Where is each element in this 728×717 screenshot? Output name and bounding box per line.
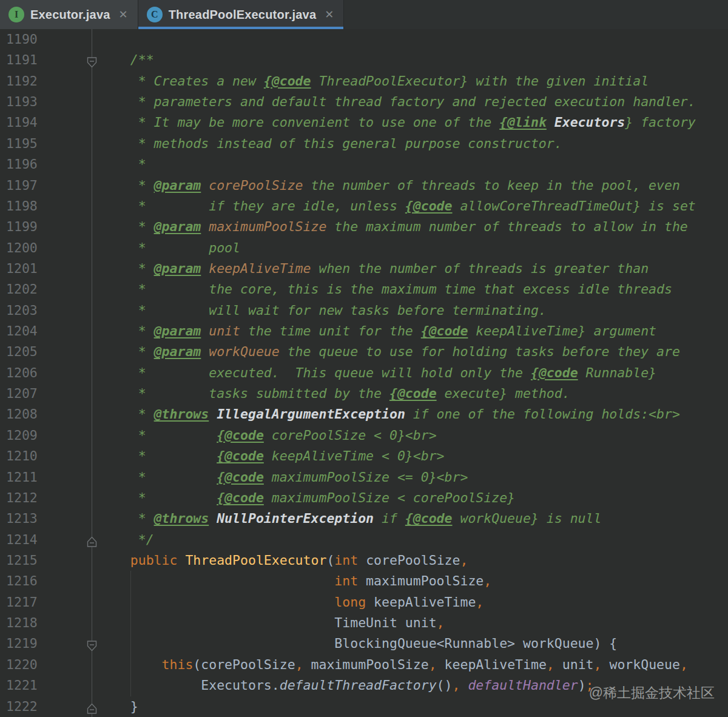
line-number[interactable]: 1206: [0, 363, 38, 383]
code-text[interactable]: * the core, this is the maximum time tha…: [99, 279, 672, 300]
tab-threadpoolexecutor-java[interactable]: C ThreadPoolExecutor.java ✕: [138, 0, 345, 29]
code-text[interactable]: * @param corePoolSize the number of thre…: [99, 175, 680, 196]
line-number[interactable]: 1195: [0, 133, 38, 154]
line-number[interactable]: 1205: [0, 342, 38, 362]
line-number[interactable]: 1219: [0, 633, 38, 654]
line-number[interactable]: 1197: [0, 175, 38, 196]
code-text[interactable]: TimeUnit unit,: [99, 613, 445, 633]
fold-collapse-start-icon[interactable]: [86, 638, 98, 650]
code-text[interactable]: * {@code corePoolSize < 0}<br>: [99, 425, 437, 446]
code-line: 1210 * {@code keepAliveTime < 0}<br>: [0, 446, 728, 466]
line-number[interactable]: 1214: [0, 530, 38, 550]
code-text[interactable]: * tasks submitted by the {@code execute}…: [99, 383, 570, 404]
fold-gutter: [38, 92, 99, 112]
code-text[interactable]: * @param unit the time unit for the {@co…: [99, 321, 656, 342]
code-line: 1201 * @param keepAliveTime when the num…: [0, 258, 728, 279]
code-text[interactable]: * executed. This queue will hold only th…: [99, 363, 656, 383]
line-number[interactable]: 1218: [0, 613, 38, 633]
code-text[interactable]: long keepAliveTime,: [99, 592, 484, 613]
line-number[interactable]: 1213: [0, 508, 38, 529]
code-line: 1212 * {@code maximumPoolSize < corePool…: [0, 488, 728, 508]
line-number[interactable]: 1209: [0, 425, 38, 446]
code-line: 1196 *: [0, 154, 728, 175]
code-text[interactable]: * Creates a new {@code ThreadPoolExecuto…: [99, 71, 649, 92]
line-number[interactable]: 1217: [0, 592, 38, 613]
tab-executor-java[interactable]: I Executor.java ✕: [0, 0, 138, 29]
line-number[interactable]: 1210: [0, 446, 38, 466]
close-icon[interactable]: ✕: [119, 8, 128, 21]
fold-gutter: [38, 696, 99, 717]
code-text[interactable]: * @throws IllegalArgumentException if on…: [99, 404, 680, 425]
code-text[interactable]: * {@code keepAliveTime < 0}<br>: [99, 446, 445, 466]
fold-gutter: [38, 50, 99, 70]
code-editor[interactable]: 11901191 /**1192 * Creates a new {@code …: [0, 29, 728, 717]
code-text[interactable]: * parameters and default thread factory …: [99, 92, 696, 112]
code-line: 1220 this(corePoolSize, maximumPoolSize,…: [0, 655, 728, 675]
line-number[interactable]: 1194: [0, 112, 38, 133]
fold-gutter: [38, 488, 99, 508]
code-text[interactable]: }: [99, 696, 138, 717]
fold-collapse-end-icon[interactable]: [86, 534, 98, 545]
line-number[interactable]: 1202: [0, 279, 38, 300]
code-line: 1217 long keepAliveTime,: [0, 592, 728, 613]
fold-gutter: [38, 655, 99, 675]
line-number[interactable]: 1222: [0, 696, 38, 717]
line-number[interactable]: 1191: [0, 50, 38, 70]
code-text[interactable]: * if they are idle, unless {@code allowC…: [99, 196, 696, 217]
fold-gutter: [38, 112, 99, 133]
code-text[interactable]: int maximumPoolSize,: [99, 571, 491, 591]
line-number[interactable]: 1220: [0, 655, 38, 675]
line-number[interactable]: 1196: [0, 154, 38, 175]
fold-gutter: [38, 613, 99, 633]
fold-gutter: [38, 633, 99, 654]
line-number[interactable]: 1193: [0, 92, 38, 112]
close-icon[interactable]: ✕: [325, 8, 334, 21]
line-number[interactable]: 1198: [0, 196, 38, 217]
line-number[interactable]: 1208: [0, 404, 38, 425]
fold-gutter: [38, 425, 99, 446]
code-text[interactable]: Executors.defaultThreadFactory(), defaul…: [99, 675, 594, 696]
editor-tab-bar: I Executor.java ✕ C ThreadPoolExecutor.j…: [0, 0, 728, 29]
code-line: 1194 * It may be more convenient to use …: [0, 112, 728, 133]
code-text[interactable]: * @param maximumPoolSize the maximum num…: [99, 217, 688, 237]
code-text[interactable]: */: [99, 530, 154, 550]
line-number[interactable]: 1192: [0, 71, 38, 92]
line-number[interactable]: 1190: [0, 29, 38, 50]
line-number[interactable]: 1200: [0, 238, 38, 258]
code-line: 1195 * methods instead of this general p…: [0, 133, 728, 154]
code-text[interactable]: * {@code maximumPoolSize <= 0}<br>: [99, 467, 468, 488]
code-text[interactable]: * {@code maximumPoolSize < corePoolSize}: [99, 488, 515, 508]
line-number[interactable]: 1203: [0, 300, 38, 321]
tab-label: Executor.java: [30, 8, 110, 22]
line-number[interactable]: 1204: [0, 321, 38, 342]
fold-gutter: [38, 530, 99, 550]
code-text[interactable]: /**: [99, 50, 154, 70]
code-text[interactable]: * will wait for new tasks before termina…: [99, 300, 547, 321]
line-number[interactable]: 1212: [0, 488, 38, 508]
code-line: 1190: [0, 29, 728, 50]
code-text[interactable]: * It may be more convenient to use one o…: [99, 112, 696, 133]
code-line: 1209 * {@code corePoolSize < 0}<br>: [0, 425, 728, 446]
code-line: 1203 * will wait for new tasks before te…: [0, 300, 728, 321]
code-text[interactable]: public ThreadPoolExecutor(int corePoolSi…: [99, 550, 468, 571]
line-number[interactable]: 1215: [0, 550, 38, 571]
code-text[interactable]: this(corePoolSize, maximumPoolSize, keep…: [99, 655, 688, 675]
line-number[interactable]: 1207: [0, 383, 38, 404]
code-text[interactable]: * @param workQueue the queue to use for …: [99, 342, 680, 362]
line-number[interactable]: 1221: [0, 675, 38, 696]
fold-collapse-end-icon[interactable]: [86, 701, 98, 712]
line-number[interactable]: 1216: [0, 571, 38, 591]
line-number[interactable]: 1211: [0, 467, 38, 488]
code-text[interactable]: *: [99, 154, 146, 175]
code-line: 1200 * pool: [0, 238, 728, 258]
code-text[interactable]: * methods instead of this general purpos…: [99, 133, 562, 154]
fold-gutter: [38, 571, 99, 591]
code-text[interactable]: * pool: [99, 238, 240, 258]
line-number[interactable]: 1201: [0, 258, 38, 279]
fold-collapse-start-icon[interactable]: [86, 55, 98, 66]
code-line: 1208 * @throws IllegalArgumentException …: [0, 404, 728, 425]
code-text[interactable]: * @throws NullPointerException if {@code…: [99, 508, 601, 529]
line-number[interactable]: 1199: [0, 217, 38, 237]
code-text[interactable]: BlockingQueue<Runnable> workQueue) {: [99, 633, 617, 654]
code-text[interactable]: * @param keepAliveTime when the number o…: [99, 258, 649, 279]
